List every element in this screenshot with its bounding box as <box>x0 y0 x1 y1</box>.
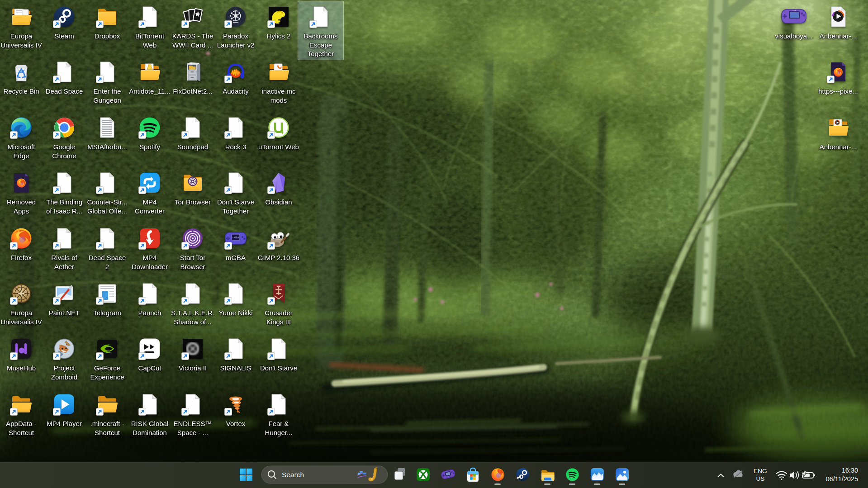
svg-text:ENG: ENG <box>754 468 767 474</box>
svg-text:Search: Search <box>282 471 304 479</box>
svg-text:06/11/2025: 06/11/2025 <box>826 475 859 483</box>
svg-text:16:30: 16:30 <box>842 467 858 474</box>
svg-text:GBA: GBA <box>792 10 796 12</box>
svg-text:mGBA: mGBA <box>232 236 239 239</box>
svg-text:US: US <box>756 475 765 482</box>
